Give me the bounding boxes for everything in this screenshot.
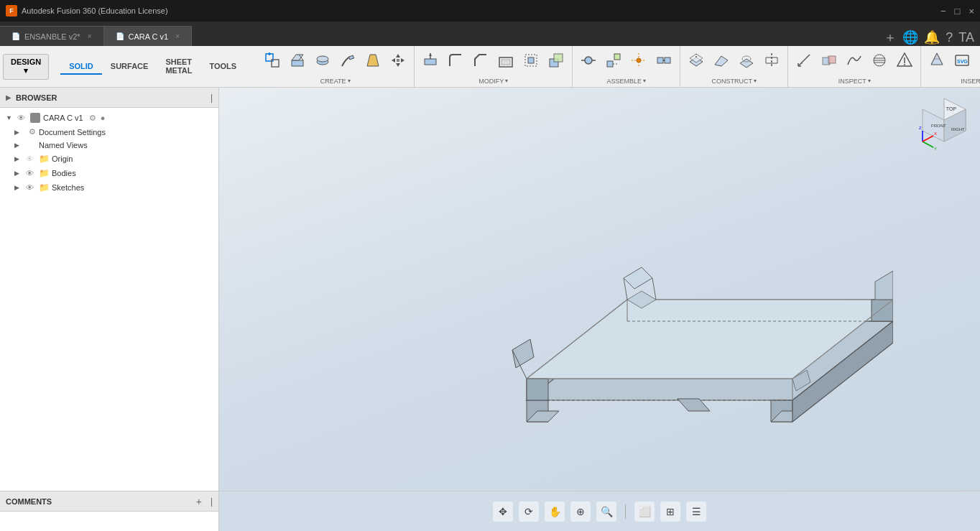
tangent-plane-button[interactable] [735,49,758,72]
globe-icon[interactable]: 🌐 [902,29,918,45]
browser-item-root[interactable]: ▼ 👁 CARA C v1 ⚙ ● [0,111,218,125]
bell-icon[interactable]: 🔔 [924,29,940,45]
zoom-fit-button[interactable]: 🔍 [596,502,616,522]
add-tab-button[interactable]: ＋ [884,29,897,46]
look-at-button[interactable]: ⟳ [519,502,539,522]
eye-icon[interactable]: 👁 [26,169,36,177]
eye-icon[interactable]: 👁 [17,114,27,122]
tab-close[interactable]: × [88,32,92,40]
user-icon[interactable]: TA [958,30,974,45]
eye-icon[interactable]: 👁 [26,183,36,192]
tab-solid[interactable]: SOLID [60,59,102,75]
zoom-button[interactable]: ⊕ [570,502,591,522]
browser-item-named-views[interactable]: ▶ Named Views [0,139,218,152]
expand-arrow-icon[interactable]: ▶ [14,129,23,136]
chamfer-button[interactable] [469,49,492,72]
comments-add-button[interactable]: + [196,496,202,507]
insert-mesh-button[interactable] [925,49,948,72]
new-component-button[interactable] [261,49,284,72]
inspect-section: INSPECT▾ [788,46,921,88]
browser-item-origin[interactable]: ▶ 👁 📁 Origin [0,152,218,166]
extrude-button[interactable] [286,49,309,72]
browser-item-bodies[interactable]: ▶ 👁 📁 Bodies [0,166,218,180]
maximize-button[interactable]: □ [955,6,961,17]
insert-label[interactable]: INSERT▾ [961,78,980,86]
modify-label[interactable]: MODIFY▾ [479,78,508,86]
svg-marker-10 [367,55,379,66]
svg-rect-4 [292,60,303,66]
draft-analysis-button[interactable] [893,49,916,72]
sweep-button[interactable] [336,49,359,72]
assemble-label[interactable]: ASSEMBLE▾ [606,78,646,86]
expand-arrow-icon[interactable]: ▶ [14,184,23,191]
comments-panel: COMMENTS + | [0,491,219,531]
comments-pin-icon[interactable]: | [211,497,213,507]
inspect-label[interactable]: INSPECT▾ [838,78,871,86]
tab-close[interactable]: × [175,32,180,40]
svg-marker-41 [740,59,753,68]
construct-label[interactable]: CONSTRUCT▾ [711,78,757,86]
svg-rect-15 [397,59,399,62]
svg-rect-9 [349,55,354,60]
press-pull-button[interactable] [419,49,442,72]
insert-image-button[interactable] [976,49,980,72]
expand-arrow-icon[interactable]: ▶ [14,142,23,149]
orbit-button[interactable]: ✥ [493,502,513,522]
visual-style-button[interactable]: ⊞ [660,502,680,522]
fillet-button[interactable] [444,49,467,72]
display-mode-button[interactable]: ⬜ [634,502,655,522]
component-icon [30,113,40,123]
midplane-button[interactable] [760,49,783,72]
create-label[interactable]: CREATE▾ [320,78,351,86]
joint-origin-button[interactable] [627,49,650,72]
minimize-button[interactable]: − [940,6,946,17]
tab-cara[interactable]: 📄 CARA C v1 × [104,26,192,46]
tab-tools[interactable]: TOOLS [200,59,245,75]
plane-at-angle-button[interactable] [710,49,733,72]
revolve-button[interactable] [311,49,334,72]
tab-sheet-metal[interactable]: SHEET METAL [157,55,200,79]
combine-button[interactable] [545,49,568,72]
expand-arrow-icon[interactable]: ▼ [6,114,14,121]
svg-rect-16 [425,59,436,65]
insert-svg-button[interactable]: SVG [951,49,974,72]
browser-pin-icon[interactable]: | [211,93,213,103]
move-button[interactable] [387,49,410,72]
measure-button[interactable] [792,49,815,72]
joint-button[interactable] [577,49,600,72]
viewport[interactable]: TOP FRONT RIGHT Z Y X [219,88,980,491]
curvature-button[interactable] [843,49,866,72]
design-dropdown-button[interactable]: DESIGN ▾ [3,54,49,80]
svg-text:FRONT: FRONT [931,124,946,128]
viewcube[interactable]: TOP FRONT RIGHT Z Y X [915,95,973,152]
design-label: DESIGN ▾ [11,57,41,75]
divider [625,504,626,519]
expand-arrow-icon[interactable]: ▶ [14,170,23,177]
browser-item-document-settings[interactable]: ▶ ⚙ Document Settings [0,125,218,139]
loft-button[interactable] [361,49,384,72]
eye-icon[interactable]: 👁 [26,154,36,163]
dot-icon[interactable]: ● [101,114,106,122]
svg-rect-34 [657,57,663,63]
expand-arrow-icon[interactable]: ▶ [14,155,23,162]
item-label: Sketches [52,183,84,192]
svg-marker-18 [429,53,432,56]
close-button[interactable]: × [969,6,974,17]
pan-button[interactable]: ✋ [545,502,565,522]
tab-surface[interactable]: SURFACE [102,59,157,75]
tab-ensanble[interactable]: 📄 ENSANBLE v2* × [0,26,104,46]
gear-icon[interactable]: ⚙ [89,114,96,123]
interference-button[interactable] [818,49,841,72]
help-icon[interactable]: ? [946,30,953,45]
browser-item-sketches[interactable]: ▶ 👁 📁 Sketches [0,180,218,195]
zebra-button[interactable] [868,49,891,72]
shell-button[interactable] [494,49,517,72]
title-bar-controls[interactable]: − □ × [940,6,974,17]
rigid-group-button[interactable] [652,49,675,72]
offset-plane-button[interactable] [685,49,708,72]
svg-text:RIGHT: RIGHT [951,127,965,131]
svg-text:Y: Y [934,147,937,151]
scale-button[interactable] [519,49,542,72]
as-built-joint-button[interactable] [602,49,625,72]
environment-button[interactable]: ☰ [686,502,706,522]
